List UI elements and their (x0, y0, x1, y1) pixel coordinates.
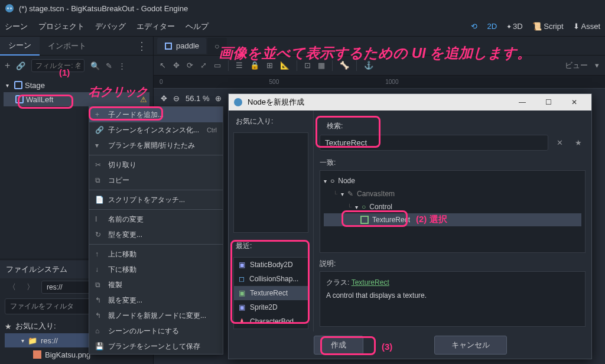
ctx-reparent-new[interactable]: ↰ 親ノードを新規ノードに変更... (89, 308, 223, 323)
select-tool-icon[interactable]: ↖ (160, 61, 166, 70)
recent-item[interactable]: ♟CharacterBod... (234, 314, 308, 329)
scene-tree: ▾ Stage WallLeft ⚠ (0, 76, 153, 109)
broom-icon[interactable]: ✎ (106, 61, 112, 70)
minimize-button[interactable]: — (510, 95, 535, 110)
menu-help[interactable]: ヘルプ (186, 21, 209, 32)
ctx-duplicate[interactable]: ⧉ 複製 (89, 277, 223, 292)
sync-icon[interactable]: ⟲ (471, 22, 477, 31)
tree-row-canvasitem[interactable]: └ ▾ ✎ CanvasItem (324, 187, 581, 200)
group-icon[interactable]: ⊞ (266, 61, 273, 70)
add-node-icon[interactable]: + (5, 60, 10, 71)
menu-scene[interactable]: シーン (5, 21, 28, 32)
ctx-instance[interactable]: 🔗 子シーンをインスタンス化... Ctrl (89, 122, 223, 138)
desc-class-link[interactable]: TextureRect (352, 278, 389, 287)
viewport-ruler: 0 500 1000 (154, 76, 605, 89)
mode-2d-button[interactable]: 2D (487, 22, 497, 31)
ctx-expand[interactable]: ▾ ブランチを展開/折りたたみ (89, 138, 223, 153)
nav-back-icon[interactable]: 〈 (5, 281, 19, 294)
ctx-move-down[interactable]: ↓ 下に移動 (89, 262, 223, 277)
caret-down-icon[interactable]: ▾ (341, 191, 344, 197)
separator (297, 60, 297, 71)
scene-panel-tabs: シーン インポート ⋮ (0, 37, 153, 56)
rect-tool-icon[interactable]: ▭ (214, 61, 221, 70)
dialog-titlebar[interactable]: Nodeを新規作成 — ☐ ✕ (229, 94, 591, 110)
star-outline-icon[interactable]: ★ (571, 138, 586, 147)
create-button[interactable]: 作成 (314, 336, 363, 355)
separator (89, 190, 223, 190)
mode-script-button[interactable]: 📜 Script (532, 22, 564, 31)
caret-down-icon[interactable]: ▾ (355, 204, 358, 210)
unsaved-indicator-icon: ○ (214, 41, 219, 51)
snap-icon[interactable]: ⊡ (304, 61, 311, 70)
ctx-rename[interactable]: I 名前の変更 (89, 212, 223, 227)
panel-menu-icon[interactable]: ⋮ (136, 40, 147, 53)
duplicate-icon: ⧉ (95, 281, 103, 289)
recent-item[interactable]: ▣Sprite2D (234, 300, 308, 314)
caret-down-icon[interactable]: ▾ (6, 82, 12, 89)
scale-tool-icon[interactable]: ⤢ (200, 61, 207, 70)
ctx-copy[interactable]: ⧉ コピー (89, 173, 223, 188)
dialog-footer: 作成 キャンセル (229, 332, 591, 359)
recent-item[interactable]: ▣StaticBody2D (234, 258, 308, 272)
tab-import[interactable]: インポート (40, 37, 95, 55)
node-icon: ○ (330, 177, 334, 185)
warning-icon[interactable]: ⚠ (140, 95, 147, 104)
move-tool-icon[interactable]: ✥ (173, 61, 180, 70)
ctx-change-type[interactable]: ↻ 型を変更... (89, 227, 223, 242)
maximize-button[interactable]: ☐ (536, 95, 561, 110)
pan-icon[interactable]: ✥ (161, 94, 167, 103)
caret-down-icon[interactable]: ▾ (21, 337, 24, 344)
zoom-value[interactable]: 56.1 % (186, 94, 209, 103)
menubar: シーン プロジェクト デバッグ エディター ヘルプ ⟲ 2D ✦3D 📜 Scr… (0, 17, 605, 37)
ruler-icon[interactable]: 📐 (280, 61, 290, 70)
context-menu: + 子ノードを追加... 🔗 子シーンをインスタンス化... Ctrl ▾ ブラ… (89, 106, 223, 355)
bone-icon[interactable]: 🦴 (340, 61, 349, 70)
mode-3d-button[interactable]: ✦3D (506, 22, 523, 31)
nav-fwd-icon[interactable]: 〉 (23, 281, 38, 294)
tab-scene[interactable]: シーン (0, 37, 40, 56)
reload-icon: ↻ (95, 230, 103, 239)
grid-icon[interactable]: ▦ (318, 61, 325, 70)
close-button[interactable]: ✕ (562, 95, 587, 110)
scene-tab-paddle[interactable]: paddle (157, 38, 206, 54)
link-icon[interactable]: 🔗 (16, 61, 25, 70)
mode-asset-button[interactable]: ⬇ Asset (573, 22, 600, 31)
chevron-down-icon[interactable]: ▾ (595, 61, 599, 70)
list-tool-icon[interactable]: ☰ (236, 61, 243, 70)
rotate-tool-icon[interactable]: ⟳ (187, 61, 193, 70)
tree-child-row[interactable]: WallLeft ⚠ (4, 92, 149, 106)
clear-icon[interactable]: ✕ (553, 138, 567, 147)
search-icon[interactable]: 🔍 (90, 61, 100, 70)
zoom-out-icon[interactable]: ⊖ (173, 94, 180, 103)
recent-item[interactable]: ▣TextureRect (234, 286, 308, 300)
scene-more-icon[interactable]: ⋮ (118, 61, 126, 70)
menu-project[interactable]: プロジェクト (38, 21, 84, 32)
tree-child-label: WallLeft (26, 95, 53, 104)
cancel-button[interactable]: キャンセル (434, 336, 507, 355)
menu-debug[interactable]: デバッグ (95, 21, 126, 32)
search-input[interactable] (320, 135, 548, 151)
recent-item[interactable]: ◻CollisionShap... (234, 272, 308, 286)
lock-icon[interactable]: 🔒 (250, 61, 259, 70)
ctx-add-child[interactable]: + 子ノードを追加... (89, 107, 223, 122)
control-icon: ○ (362, 203, 366, 211)
favorites-box[interactable] (233, 132, 308, 233)
tree-root-row[interactable]: ▾ Stage (4, 78, 149, 92)
ctx-make-root[interactable]: ⌂ シーンのルートにする (89, 323, 223, 339)
ctx-attach-script[interactable]: 📄 スクリプトをアタッチ... (89, 192, 223, 207)
ctx-save-branch[interactable]: 💾 ブランチをシーンとして保存 (89, 339, 223, 354)
ctx-reparent[interactable]: ↰ 親を変更... (89, 292, 223, 308)
caret-down-icon[interactable]: ▾ (324, 178, 327, 184)
view-menu-button[interactable]: ビュー (565, 60, 588, 71)
tree-row-texturerect[interactable]: TextureRect (324, 213, 581, 226)
tree-row-control[interactable]: └ ▾ ○ Control (324, 200, 581, 213)
zoom-in-icon[interactable]: ⊕ (215, 94, 222, 103)
scene-filter-input[interactable] (31, 59, 84, 72)
node2d-icon (15, 95, 24, 103)
anchor-icon[interactable]: ⚓ (364, 61, 373, 70)
scene-tab-unsaved[interactable]: ○ (207, 38, 226, 54)
menu-editor[interactable]: エディター (136, 21, 175, 32)
tree-row-node[interactable]: ▾ ○ Node (324, 174, 581, 187)
ctx-move-up[interactable]: ↑ 上に移動 (89, 246, 223, 262)
ctx-cut[interactable]: ✂ 切り取り (89, 157, 223, 173)
